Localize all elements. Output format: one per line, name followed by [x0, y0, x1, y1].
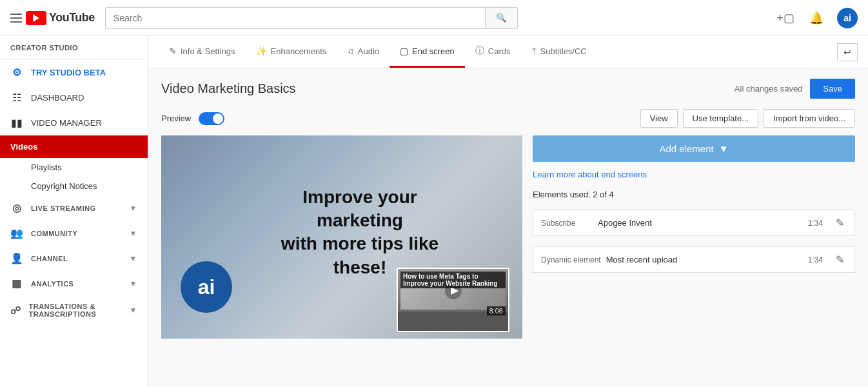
- try-beta-label: TRY STUDIO BETA: [31, 68, 106, 77]
- element-edit-dynamic[interactable]: ✎: [833, 252, 847, 267]
- element-type-subscribe: Subscribe: [541, 219, 593, 228]
- save-status: All changes saved: [735, 84, 803, 94]
- video-card-title: How to use Meta Tags to Improve your Web…: [400, 272, 506, 288]
- chevron-down-icon-community: ▼: [130, 229, 137, 238]
- copyright-label: Copyright Notices: [31, 181, 97, 191]
- topbar-right: +▢ 🔔 ai: [775, 8, 858, 28]
- topbar: YouTube 🔍 +▢ 🔔 ai: [0, 0, 868, 36]
- notification-icon[interactable]: 🔔: [806, 8, 827, 28]
- sidebar-item-dashboard[interactable]: ☷ DASHBOARD: [0, 85, 148, 110]
- chevron-down-icon-translations: ▼: [130, 306, 137, 315]
- tab-subtitles-label: Subtitles/CC: [540, 46, 587, 56]
- tab-cards-label: Cards: [488, 46, 511, 56]
- dashboard-icon: ☷: [10, 92, 23, 104]
- sidebar-item-video-manager[interactable]: ▮▮ VIDEO MANAGER: [0, 110, 148, 135]
- element-row-subscribe: Subscribe Apogee Invent 1:34 ✎: [533, 210, 855, 236]
- content-area: ✎ Info & Settings ✨ Enhancements ♫ Audio…: [148, 36, 868, 387]
- tab-end-screen-label: End screen: [412, 46, 455, 56]
- hamburger-icon[interactable]: [10, 14, 22, 23]
- page-title: Video Marketing Basics: [161, 81, 296, 96]
- sidebar-item-translations[interactable]: ☍ TRANSLATIONS & TRANSCRIPTIONS ▼: [0, 296, 148, 324]
- page-title-actions: All changes saved Save: [735, 79, 855, 99]
- use-template-button[interactable]: Use template...: [683, 109, 758, 128]
- tab-audio[interactable]: ♫ Audio: [337, 36, 390, 68]
- settings-icon: ⚙: [10, 66, 23, 79]
- yt-icon: [26, 11, 46, 25]
- preview-toggle[interactable]: [199, 112, 224, 125]
- community-label: COMMUNITY: [31, 230, 77, 237]
- translations-label: TRANSLATIONS & TRANSCRIPTIONS: [29, 303, 130, 318]
- add-element-label: Add element: [659, 143, 713, 154]
- tab-end-screen[interactable]: ▢ End screen: [390, 36, 465, 68]
- sidebar-item-live-streaming[interactable]: ◎ LIVE STREAMING ▼: [0, 195, 148, 221]
- video-overlay-text: Improve your marketing with more tips li…: [270, 185, 450, 279]
- analytics-icon: ▩: [10, 277, 23, 290]
- sidebar-item-community[interactable]: 👥 COMMUNITY ▼: [0, 221, 148, 246]
- community-icon: 👥: [10, 227, 23, 239]
- channel-icon: 👤: [10, 252, 23, 264]
- sidebar-item-copyright[interactable]: Copyright Notices: [0, 177, 148, 195]
- toggle-track: [199, 112, 224, 125]
- toggle-thumb: [213, 114, 223, 124]
- yt-text: YouTube: [49, 11, 95, 25]
- video-logo: ai: [181, 261, 232, 313]
- preview-label: Preview: [161, 114, 191, 123]
- avatar[interactable]: ai: [837, 8, 858, 28]
- chevron-down-icon: ▼: [130, 204, 137, 213]
- element-time-dynamic: 1:34: [808, 255, 823, 264]
- video-overlay-card[interactable]: How to use Meta Tags to Improve your Web…: [397, 268, 509, 332]
- chevron-down-icon-channel: ▼: [130, 254, 137, 263]
- dropdown-icon: ▼: [719, 143, 729, 154]
- right-panel: Add element ▼ Learn more about end scree…: [533, 135, 855, 339]
- tab-cards[interactable]: ⓘ Cards: [465, 36, 521, 68]
- audio-icon: ♫: [347, 46, 354, 56]
- upload-icon[interactable]: +▢: [775, 8, 796, 28]
- element-edit-subscribe[interactable]: ✎: [833, 215, 847, 230]
- main-layout: CREATOR STUDIO ⚙ TRY STUDIO BETA ☷ DASHB…: [0, 36, 868, 387]
- element-row-dynamic: Dynamic element Most recent upload 1:34 …: [533, 246, 855, 273]
- sidebar-item-videos[interactable]: Videos: [0, 135, 148, 158]
- save-button[interactable]: Save: [810, 79, 855, 99]
- learn-more-link[interactable]: Learn more about end screens: [533, 170, 855, 179]
- tabs-bar: ✎ Info & Settings ✨ Enhancements ♫ Audio…: [148, 36, 868, 68]
- video-card-duration: 8:06: [487, 306, 506, 315]
- editor-layout: Improve your marketing with more tips li…: [161, 135, 855, 339]
- videos-label: Videos: [10, 142, 37, 152]
- sidebar-item-analytics[interactable]: ▩ ANALYTICS ▼: [0, 271, 148, 296]
- magic-icon: ✨: [256, 46, 267, 56]
- view-button[interactable]: View: [640, 109, 678, 128]
- back-button[interactable]: ↩: [837, 43, 858, 61]
- element-name-subscribe: Apogee Invent: [598, 218, 803, 228]
- cards-icon: ⓘ: [475, 45, 484, 57]
- tab-audio-label: Audio: [358, 46, 379, 56]
- import-from-button[interactable]: Import from video...: [764, 109, 855, 128]
- video-manager-icon: ▮▮: [10, 117, 23, 129]
- video-preview: Improve your marketing with more tips li…: [161, 135, 522, 339]
- search-input[interactable]: [106, 8, 485, 28]
- video-background: Improve your marketing with more tips li…: [161, 135, 522, 339]
- channel-label: CHANNEL: [31, 255, 68, 263]
- search-button[interactable]: 🔍: [485, 8, 517, 28]
- search-bar: 🔍: [105, 7, 518, 29]
- live-streaming-label: LIVE STREAMING: [31, 204, 96, 212]
- pencil-icon: ✎: [169, 46, 177, 56]
- dashboard-label: DASHBOARD: [31, 93, 84, 103]
- video-manager-label: VIDEO MANAGER: [31, 118, 102, 128]
- tab-info-settings-label: Info & Settings: [181, 46, 235, 56]
- element-time-subscribe: 1:34: [808, 219, 823, 228]
- sidebar-item-playlists[interactable]: Playlists: [0, 158, 148, 177]
- tab-info-settings[interactable]: ✎ Info & Settings: [159, 36, 246, 68]
- logo-area: YouTube: [10, 11, 95, 25]
- sidebar-item-try-beta[interactable]: ⚙ TRY STUDIO BETA: [0, 60, 148, 85]
- tab-enhancements[interactable]: ✨ Enhancements: [246, 36, 337, 68]
- playlists-label: Playlists: [31, 163, 62, 172]
- toolbar-row: Preview View Use template... Import from…: [161, 109, 855, 128]
- analytics-label: ANALYTICS: [31, 280, 74, 288]
- add-element-button[interactable]: Add element ▼: [533, 135, 855, 162]
- tab-enhancements-label: Enhancements: [271, 46, 327, 56]
- element-type-dynamic: Dynamic element: [541, 255, 601, 264]
- tab-subtitles[interactable]: ⍑ Subtitles/CC: [521, 36, 597, 68]
- sidebar-item-channel[interactable]: 👤 CHANNEL ▼: [0, 246, 148, 271]
- live-streaming-icon: ◎: [10, 202, 23, 214]
- element-name-dynamic: Most recent upload: [606, 255, 803, 264]
